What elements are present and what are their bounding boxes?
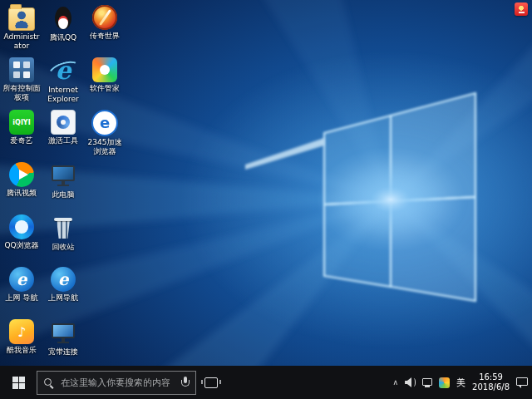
desktop-icon[interactable]: eInternet Explorer [43, 57, 83, 104]
nav-e-icon: e [9, 267, 34, 292]
desktop-icon-label: 2345加速浏览器 [85, 138, 125, 156]
desktop-icon-label: 腾讯视频 [2, 189, 42, 198]
taskbar: ∧ 美 16:59 2018/6/8 [0, 366, 532, 399]
ime-button[interactable] [439, 366, 450, 399]
clock-time: 16:59 [472, 372, 510, 382]
desktop-icon[interactable]: Administrator [2, 5, 42, 51]
task-view-icon [204, 377, 218, 388]
user-folder-icon [8, 7, 35, 31]
windows-desktop: Administrator腾讯QQ传奇世界所有控制面板项eInternet Ex… [0, 0, 532, 399]
desktop-icon-label: 所有控制面板项 [2, 84, 42, 102]
desktop-icon[interactable]: 腾讯QQ [43, 5, 83, 42]
qq-browser-icon [9, 214, 34, 239]
search-icon [43, 377, 54, 388]
legend-world-icon [92, 5, 117, 30]
hidden-icons-button[interactable]: ∧ [392, 366, 398, 399]
iqiyi-icon: iQIYI [9, 110, 34, 135]
activation-tool-icon [51, 110, 76, 135]
desktop-icon-grid: Administrator腾讯QQ传奇世界所有控制面板项eInternet Ex… [0, 0, 532, 366]
tencent-video-icon [9, 162, 34, 187]
kuwo-music-icon: ♪ [9, 319, 34, 344]
volume-button[interactable] [405, 366, 416, 399]
taskbar-search-box[interactable] [37, 371, 196, 395]
start-button[interactable] [0, 366, 37, 399]
this-pc-icon [50, 162, 76, 189]
task-view-button[interactable] [196, 366, 226, 399]
desktop-icon[interactable]: 所有控制面板项 [2, 57, 42, 102]
desktop-icon[interactable]: iQIYI爱奇艺 [2, 110, 42, 145]
windows-logo-icon [12, 377, 25, 389]
desktop-icon[interactable]: 宽带连接 [43, 319, 83, 357]
desktop-icon-label: Internet Explorer [43, 86, 83, 104]
floating-red-badge[interactable] [515, 2, 528, 16]
clock-date: 2018/6/8 [472, 382, 510, 392]
desktop-icon-label: 上网 导航 [2, 293, 42, 303]
2345-browser-icon: e [91, 110, 118, 136]
desktop-icon[interactable]: e上网 导航 [2, 267, 42, 303]
internet-explorer-icon: e [50, 57, 76, 84]
desktop-icon[interactable]: 传奇世界 [85, 5, 125, 41]
desktop-icon-label: 传奇世界 [85, 32, 125, 41]
desktop-icon-label: 上网导航 [43, 293, 83, 303]
network-icon [422, 378, 432, 387]
desktop-icon[interactable]: ♪酷我音乐 [2, 319, 42, 355]
microphone-icon[interactable] [180, 377, 190, 388]
desktop-icon[interactable]: 回收站 [43, 214, 83, 252]
desktop-icon-label: 回收站 [43, 243, 83, 252]
desktop-icon[interactable]: 激活工具 [43, 110, 83, 145]
software-manager-icon [92, 57, 117, 82]
network-button[interactable] [422, 366, 432, 399]
speaker-icon [405, 377, 416, 387]
desktop-icon[interactable]: e上网导航 [43, 267, 83, 303]
action-center-button[interactable] [516, 366, 528, 399]
system-tray: ∧ 美 16:59 2018/6/8 [392, 366, 532, 399]
desktop-icon-label: 腾讯QQ [43, 33, 83, 42]
desktop-icon-label: 宽带连接 [43, 347, 83, 357]
desktop-icon-label: 软件管家 [85, 84, 125, 93]
desktop-icon[interactable]: 腾讯视频 [2, 162, 42, 198]
input-method-icon [439, 377, 450, 388]
broadband-icon [50, 319, 76, 346]
desktop-icon-label: QQ浏览器 [2, 241, 42, 250]
desktop-icon[interactable]: e2345加速浏览器 [85, 110, 125, 156]
desktop-icon[interactable]: QQ浏览器 [2, 214, 42, 250]
ime-language-indicator[interactable]: 美 [456, 366, 466, 399]
desktop-icon-label: Administrator [2, 32, 42, 51]
control-panel-icon [9, 57, 34, 82]
desktop-icon-label: 此电脑 [43, 190, 83, 200]
desktop-icon-label: 激活工具 [43, 136, 83, 145]
taskbar-clock[interactable]: 16:59 2018/6/8 [472, 372, 510, 392]
qq-icon [50, 5, 76, 32]
recycle-bin-icon [50, 214, 76, 241]
chevron-up-icon: ∧ [392, 379, 398, 387]
desktop-icon[interactable]: 软件管家 [85, 57, 125, 93]
search-input[interactable] [59, 377, 175, 389]
action-center-icon [516, 377, 528, 388]
desktop-icon-label: 爱奇艺 [2, 136, 42, 145]
nav-e-icon: e [51, 267, 76, 292]
desktop-icon[interactable]: 此电脑 [43, 162, 83, 200]
desktop-icon-label: 酷我音乐 [2, 346, 42, 355]
